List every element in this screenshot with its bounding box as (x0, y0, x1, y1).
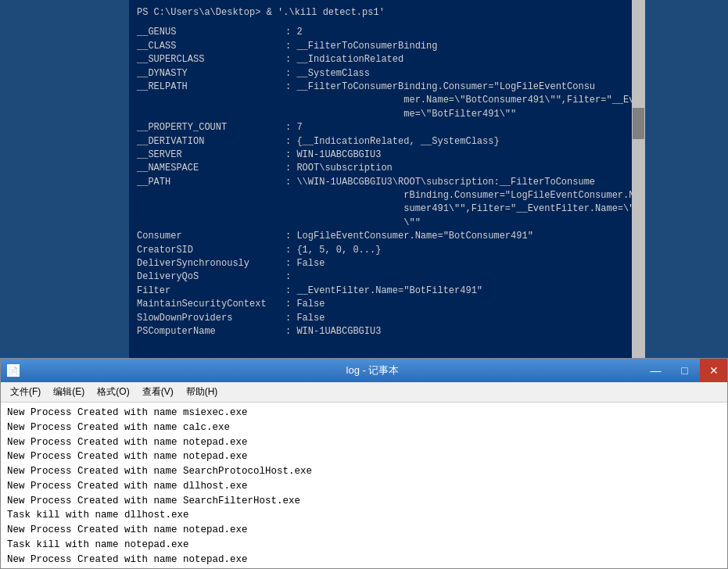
ps-prop-deliversync: DeliverSynchronously : False (137, 257, 624, 270)
prop-value-namespace: : ROOT\subscription (285, 162, 393, 175)
menu-file[interactable]: 文件(F) (4, 384, 47, 400)
prop-value-filter: : __EventFilter.Name="BotFilter491" (285, 284, 482, 298)
prop-name-filter: Filter (137, 284, 285, 298)
notepad-icon: 📄 (7, 364, 20, 377)
notepad-icon-symbol: 📄 (9, 367, 18, 375)
notepad-title: log - 记事本 (24, 363, 721, 378)
log-line-6: New Process Created with name dllhost.ex… (7, 479, 721, 494)
ps-scrollbar-thumb[interactable] (633, 108, 644, 139)
prop-value-path: : \\WIN-1UABCGBGIU3\ROOT\subscription:__… (285, 176, 645, 231)
menu-view[interactable]: 查看(V) (136, 384, 180, 400)
prop-name-class: __CLASS (137, 40, 285, 53)
prop-value-propcount: : 7 (285, 121, 303, 134)
prop-name-path: __PATH (137, 176, 285, 231)
log-line-8: Task kill with name dllhost.exe (7, 508, 721, 523)
ps-prop-creatorsid: CreatorSID : {1, 5, 0, 0...} (137, 244, 624, 257)
prop-value-slowdown: : False (285, 312, 325, 325)
watermark: drops.wooyun.org (654, 555, 722, 564)
log-line-10: Task kill with name notepad.exe (7, 538, 721, 553)
ps-prop-filter: Filter : __EventFilter.Name="BotFilter49… (137, 284, 624, 298)
log-line-12: Task kill with name notepad.exe (7, 567, 721, 568)
log-line-2: New Process Created with name calc.exe (7, 420, 721, 435)
prop-name-propcount: __PROPERTY_COUNT (137, 121, 285, 134)
prop-value-dynasty: : __SystemClass (285, 67, 370, 81)
prop-name-dynasty: __DYNASTY (137, 67, 285, 81)
ps-prop-class: __CLASS : __FilterToConsumerBinding (137, 40, 624, 53)
log-line-3: New Process Created with name notepad.ex… (7, 435, 721, 450)
prop-value-derivation: : {__IndicationRelated, __SystemClass} (285, 135, 500, 149)
prop-name-server: __SERVER (137, 149, 285, 162)
prop-value-pscomputername: : WIN-1UABCGBGIU3 (285, 325, 381, 338)
ps-prop-server: __SERVER : WIN-1UABCGBGIU3 (137, 149, 624, 162)
desktop-background (0, 0, 129, 360)
prop-value-genus: : 2 (285, 26, 303, 39)
prop-name-slowdown: SlowDownProviders (137, 312, 285, 325)
ps-prop-namespace: __NAMESPACE : ROOT\subscription (137, 162, 624, 175)
ps-prop-maintainsecurity: MaintainSecurityContext : False (137, 298, 624, 311)
menu-edit[interactable]: 编辑(E) (47, 384, 91, 400)
maximize-button[interactable]: □ (671, 359, 698, 382)
prop-value-maintainsecurity: : False (285, 298, 325, 311)
ps-prop-consumer: Consumer : LogFileEventConsumer.Name="Bo… (137, 230, 624, 243)
ps-prop-pscomputername: PSComputerName : WIN-1UABCGBGIU3 (137, 325, 624, 338)
ps-command-text: PS C:\Users\a\Desktop> & '.\kill detect.… (137, 6, 385, 20)
prop-name-genus: __GENUS (137, 26, 285, 39)
ps-prop-dynasty: __DYNASTY : __SystemClass (137, 67, 624, 81)
ps-prop-propcount: __PROPERTY_COUNT : 7 (137, 121, 624, 134)
menu-format[interactable]: 格式(O) (91, 384, 135, 400)
close-button[interactable]: ✕ (700, 359, 727, 382)
prop-value-deliversync: : False (285, 257, 325, 270)
prop-value-consumer: : LogFileEventConsumer.Name="BotConsumer… (285, 230, 533, 243)
prop-name-relpath: __RELPATH (137, 81, 285, 121)
prop-name-deliversync: DeliverSynchronously (137, 257, 285, 270)
prop-value-relpath: : __FilterToConsumerBinding.Consumer="Lo… (285, 81, 645, 121)
prop-value-class: : __FilterToConsumerBinding (285, 40, 437, 53)
ps-prop-deliveryqos: DeliveryQoS : (137, 270, 624, 284)
ps-prop-superclass: __SUPERCLASS : __IndicationRelated (137, 53, 624, 66)
prop-name-pscomputername: PSComputerName (137, 325, 285, 338)
prop-name-derivation: __DERIVATION (137, 135, 285, 149)
prop-value-server: : WIN-1UABCGBGIU3 (285, 149, 381, 162)
prop-name-namespace: __NAMESPACE (137, 162, 285, 175)
titlebar-buttons: — □ ✕ (642, 359, 727, 382)
prop-value-deliveryqos: : (285, 270, 291, 284)
log-line-5: New Process Created with name SearchProt… (7, 464, 721, 479)
log-line-9: New Process Created with name notepad.ex… (7, 523, 721, 538)
ps-command-line: PS C:\Users\a\Desktop> & '.\kill detect.… (137, 6, 624, 20)
notepad-menubar: 文件(F) 编辑(E) 格式(O) 查看(V) 帮助(H) (1, 382, 727, 403)
minimize-button[interactable]: — (642, 359, 669, 382)
log-line-4: New Process Created with name notepad.ex… (7, 449, 721, 464)
log-line-11: New Process Created with name notepad.ex… (7, 553, 721, 567)
prop-name-superclass: __SUPERCLASS (137, 53, 285, 66)
prop-name-deliveryqos: DeliveryQoS (137, 270, 285, 284)
log-line-7: New Process Created with name SearchFilt… (7, 494, 721, 509)
prop-value-superclass: : __IndicationRelated (285, 53, 403, 66)
ps-prop-slowdown: SlowDownProviders : False (137, 312, 624, 325)
ps-prop-derivation: __DERIVATION : {__IndicationRelated, __S… (137, 135, 624, 149)
ps-scrollbar[interactable] (632, 0, 645, 360)
prop-name-maintainsecurity: MaintainSecurityContext (137, 298, 285, 311)
ps-content: PS C:\Users\a\Desktop> & '.\kill detect.… (129, 0, 632, 345)
powershell-window: PS C:\Users\a\Desktop> & '.\kill detect.… (129, 0, 645, 360)
notepad-content[interactable]: New Process Created with name msiexec.ex… (1, 403, 727, 568)
prop-name-consumer: Consumer (137, 230, 285, 243)
ps-prop-relpath: __RELPATH : __FilterToConsumerBinding.Co… (137, 81, 624, 121)
notepad-titlebar: 📄 log - 记事本 — □ ✕ (1, 359, 727, 382)
prop-name-creatorsid: CreatorSID (137, 244, 285, 257)
notepad-window: 📄 log - 记事本 — □ ✕ 文件(F) 编辑(E) 格式(O) 查看(V… (0, 358, 728, 569)
log-line-1: New Process Created with name msiexec.ex… (7, 406, 721, 420)
ps-prop-genus: __GENUS : 2 (137, 26, 624, 39)
menu-help[interactable]: 帮助(H) (180, 384, 224, 400)
ps-prop-path: __PATH : \\WIN-1UABCGBGIU3\ROOT\subscrip… (137, 176, 624, 231)
prop-value-creatorsid: : {1, 5, 0, 0...} (285, 244, 381, 257)
